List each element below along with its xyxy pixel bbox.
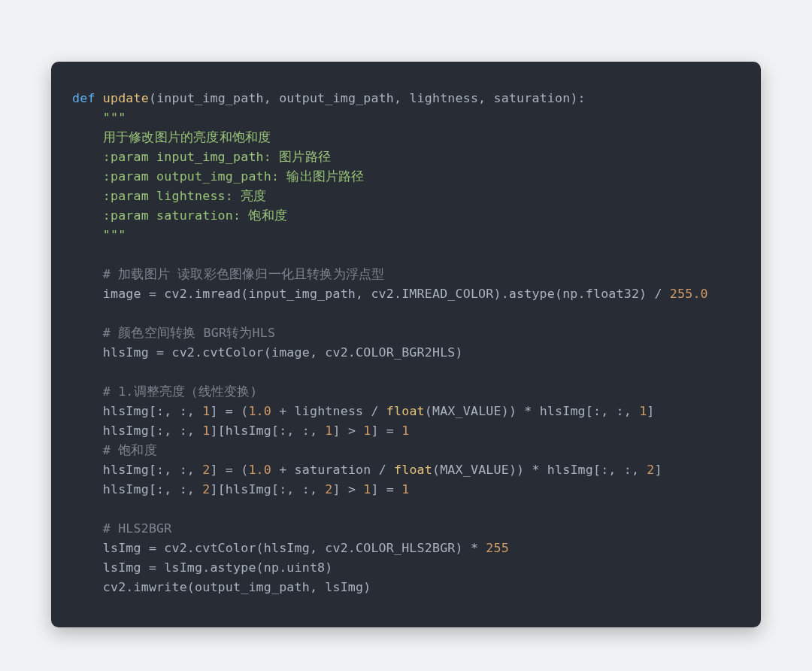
code-token: ] [647, 404, 654, 418]
code-token: : [578, 91, 586, 105]
code-token: 1 [363, 482, 371, 496]
code-token: update [103, 91, 149, 105]
code-token: 1 [401, 424, 409, 438]
code-token: float [386, 404, 425, 418]
code-token: hlsImg = cv2.cvtColor(image, cv2.COLOR_B… [72, 345, 463, 360]
code-token: 1 [325, 424, 332, 438]
code-token: + lightness / [271, 404, 386, 418]
code-token [72, 111, 103, 125]
page-root: def update(input_img_path, output_img_pa… [0, 0, 812, 671]
code-token: 1 [639, 404, 647, 418]
code-block: def update(input_img_path, output_img_pa… [72, 89, 746, 597]
code-token: :param input_img_path: 图片路径 [72, 150, 331, 164]
code-token: # HLS2BGR [103, 521, 172, 536]
code-token: :param saturation: 饱和度 [72, 208, 287, 223]
code-token: ( [149, 91, 156, 105]
code-token: ] [655, 463, 662, 477]
code-token [72, 326, 103, 340]
code-token: (MAX_VALUE)) * hlsImg[:, :, [425, 404, 639, 418]
code-card: def update(input_img_path, output_img_pa… [51, 62, 761, 627]
code-token: image = cv2.imread(input_img_path, cv2.I… [72, 287, 670, 301]
code-token: hlsImg[:, :, [72, 482, 202, 496]
code-token: ] = ( [210, 463, 248, 477]
code-token: def [72, 91, 103, 105]
code-token: # 1.调整亮度（线性变换) [103, 384, 258, 399]
code-token: ) [570, 91, 577, 105]
code-token: 2 [647, 463, 654, 477]
code-token: (MAX_VALUE)) * hlsImg[:, :, [432, 463, 647, 477]
code-token: ] > [333, 424, 364, 438]
code-token: # 饱和度 [103, 443, 157, 457]
code-token: ] = [371, 482, 401, 496]
code-token: 1 [202, 404, 210, 418]
code-token: ] = [371, 424, 401, 438]
code-token: """ [72, 228, 126, 242]
code-token: lsImg = lsImg.astype(np.uint8) [72, 560, 332, 575]
code-token: 2 [325, 482, 332, 496]
code-token: hlsImg[:, :, [72, 404, 202, 418]
code-token: # 颜色空间转换 BGR转为HLS [103, 326, 275, 340]
code-token [72, 384, 103, 399]
code-token: 255.0 [670, 287, 708, 301]
code-token: hlsImg[:, :, [72, 424, 202, 438]
code-token: 255 [486, 541, 509, 555]
code-token: 2 [202, 463, 210, 477]
code-token: 1 [202, 424, 210, 438]
code-token: cv2.imwrite(output_img_path, lsImg) [72, 580, 371, 594]
code-token [72, 521, 103, 536]
code-token: """ [103, 111, 126, 125]
code-token: 1.0 [248, 404, 271, 418]
code-token: :param lightness: 亮度 [72, 189, 267, 203]
code-token: 1 [363, 424, 371, 438]
code-token: 用于修改图片的亮度和饱和度 [72, 130, 271, 144]
code-token: + saturation / [271, 463, 394, 477]
code-token: hlsImg[:, :, [72, 463, 202, 477]
code-token: # 加载图片 读取彩色图像归一化且转换为浮点型 [103, 267, 385, 281]
code-token: ][hlsImg[:, :, [210, 424, 325, 438]
code-token [72, 443, 103, 457]
code-token: 2 [202, 482, 210, 496]
code-token [72, 267, 103, 281]
code-token: ][hlsImg[:, :, [210, 482, 325, 496]
code-token: ] = ( [210, 404, 248, 418]
code-token: :param output_img_path: 输出图片路径 [72, 169, 365, 184]
code-token: lsImg = cv2.cvtColor(hlsImg, cv2.COLOR_H… [72, 541, 486, 555]
code-token: input_img_path, output_img_path, lightne… [156, 91, 570, 105]
code-token: ] > [333, 482, 364, 496]
code-token: float [394, 463, 432, 477]
code-token: 1.0 [248, 463, 271, 477]
code-token: 1 [401, 482, 409, 496]
